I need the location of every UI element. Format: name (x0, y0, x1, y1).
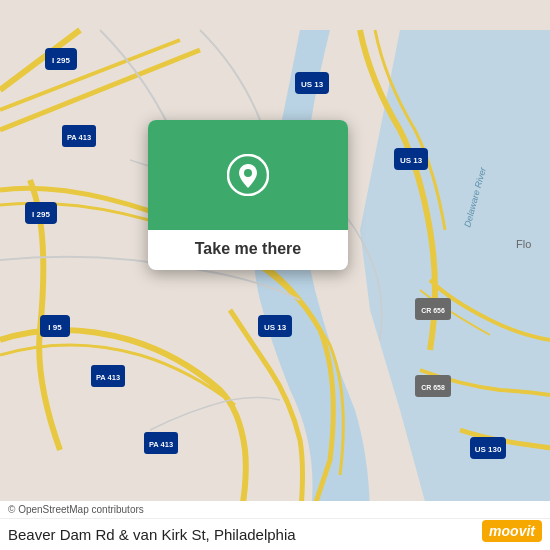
svg-text:US 13: US 13 (301, 80, 324, 89)
svg-text:US 130: US 130 (475, 445, 502, 454)
svg-text:I 295: I 295 (32, 210, 50, 219)
take-me-there-button[interactable]: Take me there (195, 240, 301, 258)
svg-point-29 (244, 169, 252, 177)
svg-text:CR 658: CR 658 (421, 384, 445, 391)
svg-text:US 13: US 13 (400, 156, 423, 165)
svg-text:PA 413: PA 413 (67, 133, 91, 142)
svg-text:Flo: Flo (516, 238, 531, 250)
svg-text:US 13: US 13 (264, 323, 287, 332)
svg-text:PA 413: PA 413 (96, 373, 120, 382)
map-background: I 295 PA 413 I 295 US 13 US 13 I 95 PA 4… (0, 0, 550, 550)
svg-text:I 95: I 95 (48, 323, 62, 332)
map-container: I 295 PA 413 I 295 US 13 US 13 I 95 PA 4… (0, 0, 550, 550)
popup-bottom: Take me there (148, 230, 348, 270)
popup-card: Take me there (148, 120, 348, 270)
svg-text:PA 413: PA 413 (149, 440, 173, 449)
moovit-logo: moovit (482, 520, 542, 542)
popup-header (148, 120, 348, 230)
bottom-bar: © OpenStreetMap contributors Beaver Dam … (0, 501, 550, 550)
location-label: Beaver Dam Rd & van Kirk St, Philadelphi… (0, 519, 550, 550)
attribution-text: © OpenStreetMap contributors (8, 504, 144, 515)
map-attribution: © OpenStreetMap contributors (0, 501, 550, 519)
location-pin-icon (227, 154, 269, 196)
svg-text:I 295: I 295 (52, 56, 70, 65)
svg-text:CR 656: CR 656 (421, 307, 445, 314)
